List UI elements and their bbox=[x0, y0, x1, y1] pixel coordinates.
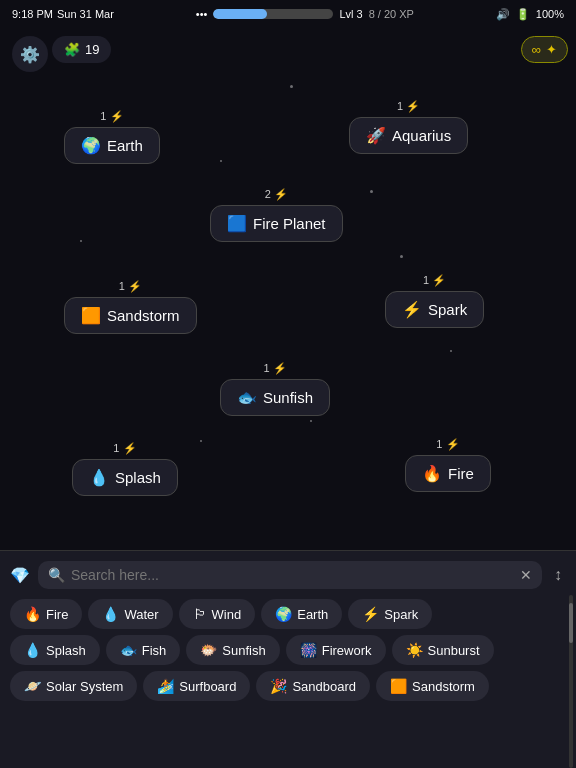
level-bar-fill bbox=[213, 9, 267, 19]
search-magnifier-icon: 🔍 bbox=[48, 567, 65, 583]
item-chip-solarsystem[interactable]: 🪐 Solar System bbox=[10, 671, 137, 701]
spark-chip-label: Spark bbox=[384, 607, 418, 622]
star-decoration bbox=[400, 255, 403, 258]
sort-button[interactable]: ↕ bbox=[550, 562, 566, 588]
level-bar-container: Lvl 3 bbox=[213, 8, 362, 20]
status-center: ••• Lvl 3 8 / 20 XP bbox=[196, 8, 414, 20]
sunburst-chip-label: Sunburst bbox=[428, 643, 480, 658]
spark-chip-icon: ⚡ bbox=[362, 606, 379, 622]
diamond-icon: 💎 bbox=[10, 566, 30, 585]
splash-badge: 1 ⚡ bbox=[113, 442, 136, 455]
splash-btn[interactable]: 💧 Splash bbox=[72, 459, 178, 496]
splash-game-card[interactable]: 1 ⚡ 💧 Splash bbox=[72, 442, 178, 496]
sandstorm-chip-icon: 🟧 bbox=[390, 678, 407, 694]
spark-icon: ⚡ bbox=[402, 300, 422, 319]
spark-label: Spark bbox=[428, 301, 467, 318]
sandstorm-game-card[interactable]: 1 ⚡ 🟧 Sandstorm bbox=[64, 280, 197, 334]
splash-icon: 💧 bbox=[89, 468, 109, 487]
item-chip-wind[interactable]: 🏳 Wind bbox=[179, 599, 256, 629]
battery-icon: 🔋 bbox=[516, 8, 530, 21]
fire-game-card[interactable]: 1 ⚡ 🔥 Fire bbox=[405, 438, 491, 492]
item-chip-sandboard[interactable]: 🎉 Sandboard bbox=[256, 671, 370, 701]
water-chip-label: Water bbox=[124, 607, 158, 622]
wind-chip-label: Wind bbox=[212, 607, 242, 622]
items-grid: 🔥 Fire 💧 Water 🏳 Wind 🌍 Earth ⚡ Sp bbox=[0, 595, 576, 709]
infinity-symbol: ∞ bbox=[532, 42, 541, 57]
fireplanet-game-card[interactable]: 2 ⚡ 🟦 Fire Planet bbox=[210, 188, 343, 242]
item-chip-fish[interactable]: 🐟 Fish bbox=[106, 635, 181, 665]
aquarius-btn[interactable]: 🚀 Aquarius bbox=[349, 117, 468, 154]
search-input-wrap[interactable]: 🔍 ✕ bbox=[38, 561, 542, 589]
spark-btn[interactable]: ⚡ Spark bbox=[385, 291, 484, 328]
earth-chip-label: Earth bbox=[297, 607, 328, 622]
item-chip-water[interactable]: 💧 Water bbox=[88, 599, 172, 629]
wind-chip-icon: 🏳 bbox=[193, 606, 207, 622]
fireplanet-icon: 🟦 bbox=[227, 214, 247, 233]
settings-icon: ⚙️ bbox=[20, 45, 40, 64]
sunfish-btn[interactable]: 🐟 Sunfish bbox=[220, 379, 330, 416]
game-area: 1 ⚡ 🌍 Earth 1 ⚡ 🚀 Aquarius 2 ⚡ 🟦 Fire Pl… bbox=[0, 0, 576, 558]
puzzle-badge[interactable]: 🧩 19 bbox=[52, 36, 111, 63]
splash-label: Splash bbox=[115, 469, 161, 486]
item-chip-sunfish[interactable]: 🐡 Sunfish bbox=[186, 635, 279, 665]
fire-chip-label: Fire bbox=[46, 607, 68, 622]
earth-btn[interactable]: 🌍 Earth bbox=[64, 127, 160, 164]
solarsystem-chip-label: Solar System bbox=[46, 679, 123, 694]
item-chip-splash[interactable]: 💧 Splash bbox=[10, 635, 100, 665]
fire-icon: 🔥 bbox=[422, 464, 442, 483]
items-row-3: 🪐 Solar System 🏄 Surfboard 🎉 Sandboard 🟧… bbox=[10, 671, 566, 701]
star-symbol: ✦ bbox=[546, 42, 557, 57]
fish-chip-icon: 🐟 bbox=[120, 642, 137, 658]
item-chip-spark[interactable]: ⚡ Spark bbox=[348, 599, 432, 629]
item-chip-sandstorm[interactable]: 🟧 Sandstorm bbox=[376, 671, 489, 701]
item-chip-earth[interactable]: 🌍 Earth bbox=[261, 599, 342, 629]
status-bar: 9:18 PM Sun 31 Mar ••• Lvl 3 8 / 20 XP 🔊… bbox=[0, 0, 576, 28]
water-chip-icon: 💧 bbox=[102, 606, 119, 622]
sandstorm-btn[interactable]: 🟧 Sandstorm bbox=[64, 297, 197, 334]
surfboard-chip-label: Surfboard bbox=[179, 679, 236, 694]
firework-chip-label: Firework bbox=[322, 643, 372, 658]
sunfish-icon: 🐟 bbox=[237, 388, 257, 407]
xp-text: 8 / 20 XP bbox=[369, 8, 414, 20]
puzzle-icon: 🧩 bbox=[64, 42, 80, 57]
earth-label: Earth bbox=[107, 137, 143, 154]
level-text: Lvl 3 bbox=[339, 8, 362, 20]
infinity-badge[interactable]: ∞ ✦ bbox=[521, 36, 568, 63]
fireplanet-badge: 2 ⚡ bbox=[265, 188, 288, 201]
spark-game-card[interactable]: 1 ⚡ ⚡ Spark bbox=[385, 274, 484, 328]
clear-icon[interactable]: ✕ bbox=[520, 567, 532, 583]
aquarius-icon: 🚀 bbox=[366, 126, 386, 145]
aquarius-badge: 1 ⚡ bbox=[397, 100, 420, 113]
fireplanet-btn[interactable]: 🟦 Fire Planet bbox=[210, 205, 343, 242]
aquarius-game-card[interactable]: 1 ⚡ 🚀 Aquarius bbox=[349, 100, 468, 154]
item-chip-surfboard[interactable]: 🏄 Surfboard bbox=[143, 671, 250, 701]
scrollbar-thumb[interactable] bbox=[569, 603, 573, 643]
dots-icon: ••• bbox=[196, 8, 208, 20]
firework-chip-icon: 🎆 bbox=[300, 642, 317, 658]
sunfish-game-card[interactable]: 1 ⚡ 🐟 Sunfish bbox=[220, 362, 330, 416]
star-decoration bbox=[450, 350, 452, 352]
item-chip-fire[interactable]: 🔥 Fire bbox=[10, 599, 82, 629]
sunfish-badge: 1 ⚡ bbox=[263, 362, 286, 375]
fire-btn[interactable]: 🔥 Fire bbox=[405, 455, 491, 492]
sunfish-chip-icon: 🐡 bbox=[200, 642, 217, 658]
level-bar bbox=[213, 9, 333, 19]
bottom-panel-inner: 🔥 Fire 💧 Water 🏳 Wind 🌍 Earth ⚡ Sp bbox=[0, 595, 576, 768]
star-decoration bbox=[290, 85, 293, 88]
item-chip-sunburst[interactable]: ☀️ Sunburst bbox=[392, 635, 494, 665]
sunburst-chip-icon: ☀️ bbox=[406, 642, 423, 658]
scrollbar[interactable] bbox=[569, 595, 573, 768]
status-left: 9:18 PM Sun 31 Mar bbox=[12, 8, 114, 20]
item-chip-firework[interactable]: 🎆 Firework bbox=[286, 635, 386, 665]
sound-icon: 🔊 bbox=[496, 8, 510, 21]
star-decoration bbox=[370, 190, 373, 193]
star-decoration bbox=[220, 160, 222, 162]
sandstorm-badge: 1 ⚡ bbox=[119, 280, 142, 293]
day: Sun 31 Mar bbox=[57, 8, 114, 20]
earth-icon: 🌍 bbox=[81, 136, 101, 155]
settings-button[interactable]: ⚙️ bbox=[12, 36, 48, 72]
items-row-1: 🔥 Fire 💧 Water 🏳 Wind 🌍 Earth ⚡ Sp bbox=[10, 599, 566, 629]
sandboard-chip-icon: 🎉 bbox=[270, 678, 287, 694]
earth-game-card[interactable]: 1 ⚡ 🌍 Earth bbox=[64, 110, 160, 164]
search-input[interactable] bbox=[71, 567, 514, 583]
